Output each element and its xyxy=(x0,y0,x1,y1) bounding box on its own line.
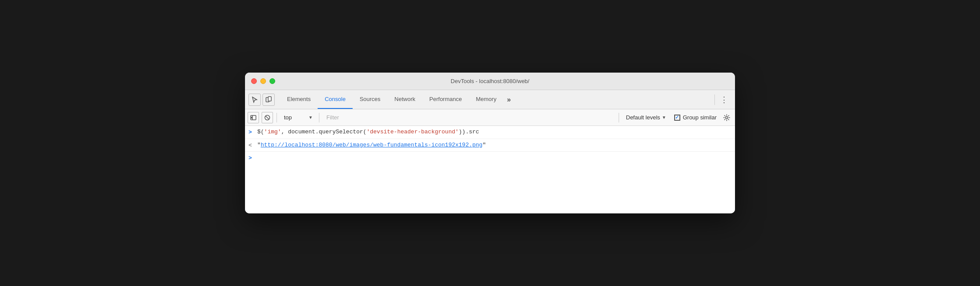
tab-divider xyxy=(714,94,715,105)
tab-sources[interactable]: Sources xyxy=(353,90,388,109)
tab-bar: Elements Console Sources Network Perform… xyxy=(245,90,735,109)
console-settings-button[interactable] xyxy=(721,112,732,123)
title-bar: DevTools - localhost:8080/web/ xyxy=(245,73,735,90)
tab-memory[interactable]: Memory xyxy=(469,90,504,109)
svg-rect-1 xyxy=(268,97,271,101)
maximize-button[interactable] xyxy=(270,78,275,84)
devtools-menu-button[interactable]: ⋮ xyxy=(717,95,732,105)
context-selector[interactable]: top ▼ xyxy=(280,112,315,122)
toolbar-divider-1 xyxy=(276,113,277,122)
active-prompt-icon: > xyxy=(248,155,252,161)
tabs: Elements Console Sources Network Perform… xyxy=(280,90,713,109)
clear-console-button[interactable] xyxy=(262,112,273,123)
devtools-window: DevTools - localhost:8080/web/ Elements xyxy=(245,73,735,213)
filter-input[interactable] xyxy=(323,112,615,122)
tab-network[interactable]: Network xyxy=(388,90,423,109)
show-drawer-button[interactable] xyxy=(248,112,259,123)
group-similar-checkbox-wrapper[interactable]: Group similar xyxy=(672,112,718,122)
toolbar-divider-3 xyxy=(619,113,619,122)
filter-wrapper xyxy=(323,112,615,122)
console-output: > $('img', document.querySelector('devsi… xyxy=(245,126,735,213)
inspect-element-button[interactable] xyxy=(248,94,261,106)
console-input-line-1: > $('img', document.querySelector('devsi… xyxy=(245,126,735,139)
console-output-text-1: "http://localhost:8080/web/images/web-fu… xyxy=(257,141,732,150)
close-button[interactable] xyxy=(251,78,257,84)
console-toolbar: top ▼ Default levels ▼ Group similar xyxy=(245,109,735,126)
devtools-icon-group xyxy=(248,94,275,106)
device-toolbar-button[interactable] xyxy=(262,94,275,106)
minimize-button[interactable] xyxy=(260,78,266,84)
input-prompt-icon: > xyxy=(248,128,257,137)
traffic-lights xyxy=(251,78,275,84)
tab-elements[interactable]: Elements xyxy=(280,90,318,109)
group-similar-label: Group similar xyxy=(683,114,717,121)
context-select-input[interactable]: top xyxy=(280,112,315,122)
console-input-text-1: $('img', document.querySelector('devsite… xyxy=(257,128,732,136)
console-output-line-1: < "http://localhost:8080/web/images/web-… xyxy=(245,139,735,152)
svg-line-6 xyxy=(266,116,269,119)
console-active-input-line: > xyxy=(245,152,735,164)
toolbar-divider-2 xyxy=(319,113,319,122)
console-link[interactable]: http://localhost:8080/web/images/web-fun… xyxy=(261,142,483,148)
window-title: DevTools - localhost:8080/web/ xyxy=(451,78,529,84)
tab-performance[interactable]: Performance xyxy=(422,90,469,109)
group-similar-checkbox[interactable] xyxy=(674,115,680,121)
tab-console[interactable]: Console xyxy=(318,90,353,109)
svg-point-7 xyxy=(726,116,728,119)
tabs-more-button[interactable]: » xyxy=(504,90,514,109)
levels-arrow-icon: ▼ xyxy=(662,115,666,120)
return-prompt-icon: < xyxy=(248,141,257,150)
log-levels-button[interactable]: Default levels ▼ xyxy=(623,112,670,122)
